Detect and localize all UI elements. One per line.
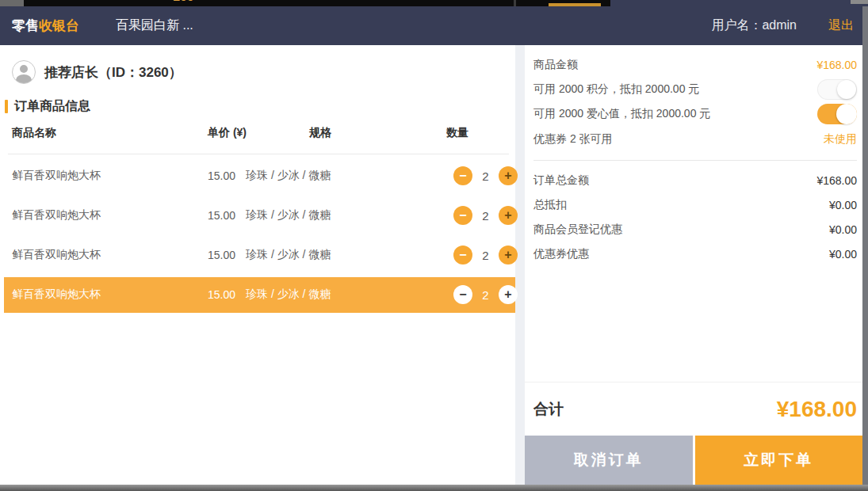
increase-quantity-button[interactable]: + xyxy=(499,246,518,265)
total-row: 合计 ¥168.00 xyxy=(525,382,862,436)
product-price: 15.00 xyxy=(208,209,235,222)
background-window-segment xyxy=(0,0,24,6)
titlebar: 零售收银台 百果园白新 ... 用户名：admin 退出 xyxy=(0,6,868,45)
app-title-prefix: 零售 xyxy=(12,18,39,33)
window-right-border xyxy=(862,6,868,485)
quantity-stepper: − 2 + xyxy=(453,246,518,265)
recommender-row: 推荐店长（ID：3260） xyxy=(12,60,182,84)
cancel-order-button[interactable]: 取消订单 xyxy=(525,436,693,485)
deduction-toggle[interactable] xyxy=(817,79,857,100)
table-header: 商品名称 单价 (¥) 规格 数量 xyxy=(0,126,515,142)
recommender-label: 推荐店长（ID：3260） xyxy=(44,63,182,82)
action-buttons: 取消订单 立即下单 xyxy=(525,436,862,485)
order-items-panel: 推荐店长（ID：3260） 订单商品信息 商品名称 单价 (¥) 规格 数量 鲜… xyxy=(0,45,515,485)
panel-divider xyxy=(515,45,525,485)
toggle-knob xyxy=(836,104,857,124)
decrease-quantity-button[interactable]: − xyxy=(453,285,472,304)
submit-order-button[interactable]: 立即下单 xyxy=(695,436,863,485)
quantity-stepper: − 2 + xyxy=(453,166,518,185)
table-row[interactable]: 鲜百香双响炮大杯 15.00 珍珠 / 少冰 / 微糖 − 2 + xyxy=(0,156,515,196)
window-bottom-border xyxy=(0,485,868,491)
quantity-stepper: − 2 + xyxy=(453,285,518,304)
summary-value: ¥0.00 xyxy=(829,199,857,211)
summary-label: 订单总金额 xyxy=(533,173,589,188)
summary-value: ¥0.00 xyxy=(829,223,857,236)
section-title-label: 订单商品信息 xyxy=(14,98,90,115)
background-window-corner xyxy=(851,0,868,4)
product-name: 鲜百香双响炮大杯 xyxy=(12,208,101,223)
username-prefix: 用户名： xyxy=(711,18,762,32)
section-title: 订单商品信息 xyxy=(5,98,90,115)
column-header-name: 商品名称 xyxy=(12,126,56,140)
app-title: 零售收银台 xyxy=(12,17,79,35)
product-name: 鲜百香双响炮大杯 xyxy=(12,248,101,262)
toggle-knob xyxy=(837,80,856,99)
quantity-stepper: − 2 + xyxy=(453,206,518,225)
column-header-price: 单价 (¥) xyxy=(208,126,247,140)
store-name: 百果园白新 ... xyxy=(116,17,193,34)
summary-value: ¥168.00 xyxy=(816,174,857,187)
summary-value: ¥0.00 xyxy=(829,248,857,261)
summary-row: 商品会员登记优惠 ¥0.00 xyxy=(533,217,857,242)
decrease-quantity-button[interactable]: − xyxy=(453,246,472,265)
username-value: admin xyxy=(762,18,797,32)
product-spec: 珍珠 / 少冰 / 微糖 xyxy=(246,287,331,302)
deduction-toggle-label: 可用 2000 积分，抵扣 2000.00 元 xyxy=(533,82,699,97)
product-price: 15.00 xyxy=(208,288,235,301)
product-name: 鲜百香双响炮大杯 xyxy=(12,287,101,302)
app-title-accent: 收银台 xyxy=(39,18,79,33)
product-price: 15.00 xyxy=(208,249,235,261)
coupon-row: 优惠券 2 张可用 未使用 xyxy=(533,126,857,153)
product-spec: 珍珠 / 少冰 / 微糖 xyxy=(246,169,331,183)
decrease-quantity-button[interactable]: − xyxy=(453,166,472,185)
table-row[interactable]: 鲜百香双响炮大杯 15.00 珍珠 / 少冰 / 微糖 − 2 + xyxy=(0,275,515,314)
product-price: 15.00 xyxy=(208,169,235,182)
username-label: 用户名：admin xyxy=(711,17,797,34)
avatar-icon xyxy=(12,60,36,84)
decrease-quantity-button[interactable]: − xyxy=(453,206,472,225)
summary-list: 订单总金额 ¥168.00 总抵扣 ¥0.00 商品会员登记优惠 ¥0.00 优… xyxy=(525,161,862,266)
quantity-value: 2 xyxy=(481,288,490,302)
coupon-select-button[interactable]: 未使用 xyxy=(824,132,857,147)
summary-row: 优惠券优惠 ¥0.00 xyxy=(533,242,857,266)
deduction-toggle[interactable] xyxy=(817,104,857,124)
deduction-toggle-row: 可用 2000 爱心值，抵扣 2000.00 元 xyxy=(533,101,857,126)
background-window-segment-navy xyxy=(610,0,868,6)
increase-quantity-button[interactable]: + xyxy=(499,285,518,304)
amount-label: 商品金额 xyxy=(533,58,578,72)
total-value: ¥168.00 xyxy=(777,397,857,422)
table-row[interactable]: 鲜百香双响炮大杯 15.00 珍珠 / 少冰 / 微糖 − 2 + xyxy=(0,235,515,275)
column-header-spec: 规格 xyxy=(309,126,331,140)
product-spec: 珍珠 / 少冰 / 微糖 xyxy=(246,208,331,223)
summary-label: 总抵扣 xyxy=(533,198,567,212)
summary-row: 总抵扣 ¥0.00 xyxy=(533,192,857,217)
summary-row: 订单总金额 ¥168.00 xyxy=(533,168,857,192)
table-divider xyxy=(8,154,509,154)
deduction-toggles: 可用 2000 积分，抵扣 2000.00 元 可用 2000 爱心值，抵扣 2… xyxy=(533,77,857,126)
total-label: 合计 xyxy=(533,399,564,420)
quantity-value: 2 xyxy=(481,249,490,262)
quantity-value: 2 xyxy=(481,209,490,223)
background-text-fragment: 100 xyxy=(173,0,194,4)
deduction-toggle-label: 可用 2000 爱心值，抵扣 2000.00 元 xyxy=(533,107,710,121)
product-list: 鲜百香双响炮大杯 15.00 珍珠 / 少冰 / 微糖 − 2 + 鲜百香双响炮… xyxy=(0,156,515,314)
table-row[interactable]: 鲜百香双响炮大杯 15.00 珍珠 / 少冰 / 微糖 − 2 + xyxy=(0,196,515,235)
increase-quantity-button[interactable]: + xyxy=(499,166,518,185)
product-spec: 珍珠 / 少冰 / 微糖 xyxy=(246,248,331,262)
amount-row: 商品金额 ¥168.00 xyxy=(533,52,857,77)
accent-bar xyxy=(5,100,8,113)
background-window-strip: 100 xyxy=(0,0,868,6)
amount-value: ¥168.00 xyxy=(816,59,857,71)
quantity-value: 2 xyxy=(481,169,490,183)
checkout-panel: 商品金额 ¥168.00 可用 2000 积分，抵扣 2000.00 元 可用 … xyxy=(525,45,862,485)
summary-label: 优惠券优惠 xyxy=(533,247,589,261)
background-divider xyxy=(514,0,516,6)
coupon-label: 优惠券 2 张可用 xyxy=(533,132,613,147)
deduction-toggle-row: 可用 2000 积分，抵扣 2000.00 元 xyxy=(533,77,857,101)
background-text-fragment-2 xyxy=(549,3,601,6)
summary-label: 商品会员登记优惠 xyxy=(533,223,622,237)
column-header-qty: 数量 xyxy=(446,126,468,140)
logout-button[interactable]: 退出 xyxy=(828,17,854,34)
increase-quantity-button[interactable]: + xyxy=(499,206,518,225)
product-name: 鲜百香双响炮大杯 xyxy=(12,169,101,183)
